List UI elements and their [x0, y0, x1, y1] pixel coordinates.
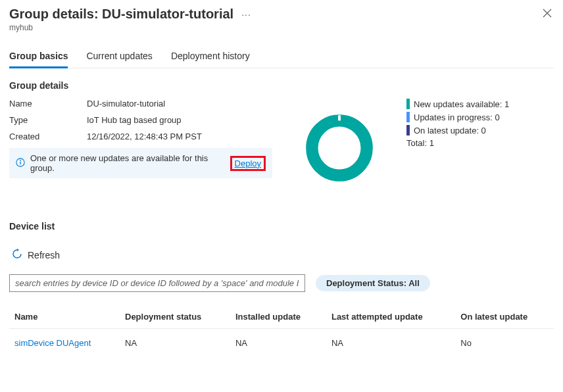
- legend: New updates available: 1 Updates in prog…: [406, 99, 554, 148]
- col-deployment-status[interactable]: Deployment status: [120, 305, 230, 329]
- col-last-attempted[interactable]: Last attempted update: [326, 305, 455, 329]
- deploy-highlight: Deploy: [230, 156, 266, 171]
- info-banner: One or more new updates are available fo…: [9, 148, 272, 178]
- deployment-status-filter[interactable]: Deployment Status: All: [316, 275, 430, 291]
- legend-item-progress: Updates in progress: 0: [406, 112, 554, 122]
- group-details-heading: Group details: [9, 80, 554, 91]
- legend-swatch: [406, 99, 410, 109]
- tab-current-updates[interactable]: Current updates: [86, 45, 152, 68]
- search-input[interactable]: [9, 274, 305, 292]
- col-installed-update[interactable]: Installed update: [230, 305, 326, 329]
- more-icon[interactable]: ···: [241, 9, 251, 20]
- close-icon[interactable]: [541, 7, 554, 22]
- legend-swatch: [406, 125, 410, 135]
- cell-installed-update: NA: [230, 329, 326, 358]
- device-table: Name Deployment status Installed update …: [9, 305, 554, 357]
- svg-rect-2: [20, 161, 20, 164]
- cell-on-latest: No: [455, 329, 554, 358]
- legend-label: New updates available: 1: [414, 99, 509, 109]
- donut-chart: [293, 99, 385, 184]
- page-title: Group details: DU-simulator-tutorial: [9, 7, 233, 22]
- legend-swatch: [406, 112, 410, 122]
- refresh-icon: [12, 249, 22, 261]
- legend-item-new: New updates available: 1: [406, 99, 554, 109]
- svg-point-3: [312, 120, 366, 175]
- deploy-link[interactable]: Deploy: [235, 159, 261, 168]
- value-name: DU-simulator-tutorial: [87, 99, 165, 109]
- refresh-label: Refresh: [28, 250, 60, 260]
- tab-deployment-history[interactable]: Deployment history: [171, 45, 250, 68]
- col-on-latest[interactable]: On latest update: [455, 305, 554, 329]
- table-row: simDevice DUAgent NA NA NA No: [9, 329, 554, 358]
- hub-name: myhub: [9, 23, 251, 32]
- cell-last-attempted: NA: [326, 329, 455, 358]
- device-link[interactable]: simDevice DUAgent: [14, 338, 91, 348]
- value-type: IoT Hub tag based group: [87, 115, 182, 125]
- legend-total: Total: 1: [406, 138, 554, 148]
- label-name: Name: [9, 99, 87, 109]
- label-created: Created: [9, 132, 87, 141]
- info-banner-text: One or more new updates are available fo…: [30, 153, 225, 173]
- legend-item-latest: On latest update: 0: [406, 125, 554, 135]
- col-name[interactable]: Name: [9, 305, 120, 329]
- legend-label: On latest update: 0: [414, 126, 486, 135]
- legend-label: Updates in progress: 0: [414, 112, 500, 122]
- refresh-button[interactable]: Refresh: [9, 245, 62, 265]
- info-icon: [16, 158, 25, 169]
- tabs: Group basics Current updates Deployment …: [9, 45, 554, 68]
- svg-point-1: [20, 160, 21, 161]
- tab-group-basics[interactable]: Group basics: [9, 45, 68, 68]
- value-created: 12/16/2022, 12:48:43 PM PST: [87, 132, 202, 141]
- cell-deployment-status: NA: [120, 329, 230, 358]
- device-list-heading: Device list: [9, 221, 554, 232]
- label-type: Type: [9, 115, 87, 125]
